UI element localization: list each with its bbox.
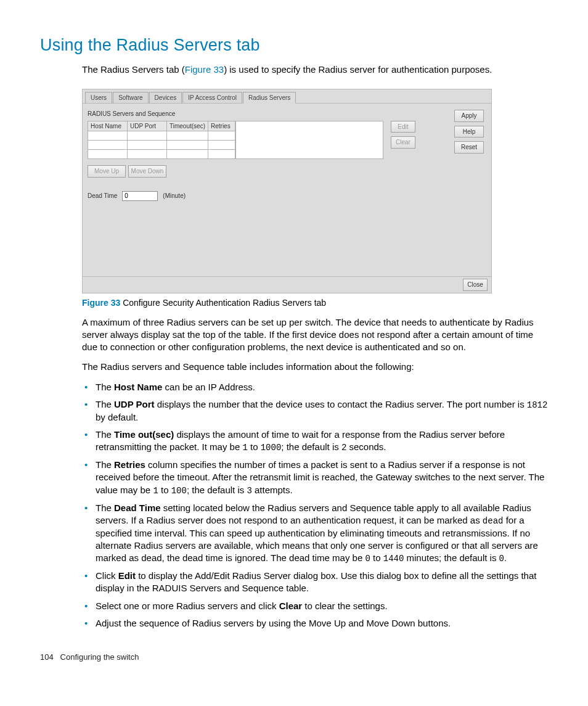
text: The: [96, 459, 114, 470]
text: can be an IP Address.: [162, 382, 255, 392]
paragraph: A maximum of three Radius servers can be…: [40, 316, 548, 354]
mono-value: 0: [365, 554, 370, 564]
bold-term: Retries: [114, 459, 145, 470]
tab-software[interactable]: Software: [113, 92, 148, 104]
tab-users[interactable]: Users: [85, 92, 112, 104]
list-item: The Dead Time setting located below the …: [82, 502, 548, 565]
moveup-button[interactable]: Move Up: [88, 165, 126, 178]
text: to display the Add/Edit Radius Server di…: [96, 570, 536, 593]
mono-value: 1: [153, 486, 158, 496]
table-row[interactable]: [88, 150, 235, 159]
mono-value: 1812: [527, 400, 548, 410]
tab-radius-servers[interactable]: Radius Servers: [243, 92, 296, 104]
text: The: [96, 399, 114, 409]
text: to: [158, 485, 171, 495]
movedown-button[interactable]: Move Down: [128, 165, 166, 178]
tab-devices[interactable]: Devices: [149, 92, 182, 104]
text: setting located below the Radius servers…: [96, 503, 531, 525]
table-blank-area: [235, 121, 383, 160]
deadtime-label: Dead Time: [88, 192, 117, 200]
list-item: The Time out(sec) displays the amount of…: [82, 429, 548, 454]
text: The: [96, 503, 114, 513]
page-footer: 104 Configuring the switch: [40, 652, 548, 663]
text: The Radius Servers tab (: [82, 64, 185, 75]
clear-button[interactable]: Clear: [391, 136, 415, 149]
text: ; the default is: [187, 485, 247, 495]
bold-term: Host Name: [114, 382, 162, 392]
footer-section: Configuring the switch: [60, 652, 139, 662]
tab-ip-access-control[interactable]: IP Access Control: [182, 92, 242, 104]
text: Click: [96, 570, 118, 581]
text: ; the default is: [281, 441, 341, 452]
bold-term: Edit: [118, 570, 136, 581]
figure-number: Figure 33: [82, 298, 120, 308]
reset-button[interactable]: Reset: [454, 141, 484, 154]
groupbox-title: RADIUS Servers and Sequence: [88, 110, 449, 118]
text: to clear the settings.: [302, 601, 387, 611]
deadtime-unit: (Minute): [163, 192, 186, 200]
table-row[interactable]: [88, 141, 235, 150]
mono-value: 0: [499, 554, 504, 564]
intro-paragraph: The Radius Servers tab (Figure 33) is us…: [82, 64, 548, 76]
figure-caption: Figure 33 Configure Security Authenticat…: [82, 297, 548, 309]
radius-servers-panel: Users Software Devices IP Access Control…: [82, 89, 492, 293]
tab-bar: Users Software Devices IP Access Control…: [83, 89, 491, 104]
mono-value: 3: [247, 486, 251, 496]
help-button[interactable]: Help: [454, 126, 484, 138]
bullet-list: The Host Name can be an IP Address. The …: [40, 381, 548, 630]
text: Adjust the sequence of Radius servers by…: [96, 618, 451, 628]
radius-servers-table[interactable]: Host Name UDP Port Timeout(sec) Retries: [88, 121, 235, 160]
list-item: Adjust the sequence of Radius servers by…: [82, 617, 548, 630]
text: attempts.: [252, 485, 293, 495]
section-heading: Using the Radius Servers tab: [40, 34, 548, 56]
bold-term: Dead Time: [114, 503, 161, 513]
list-item: Select one or more Radius servers and cl…: [82, 600, 548, 612]
deadtime-input[interactable]: [122, 191, 158, 201]
list-item: Click Edit to display the Add/Edit Radiu…: [82, 570, 548, 595]
paragraph: The Radius servers and Sequence table in…: [40, 361, 548, 373]
text: minutes; the default is: [404, 552, 499, 563]
text: to: [248, 441, 261, 452]
mono-value: 1440: [383, 554, 404, 564]
col-hostname: Host Name: [88, 121, 128, 131]
mono-value: 1: [242, 443, 247, 453]
figure-caption-text: Configure Security Authentication Radius…: [120, 298, 326, 308]
text: to: [370, 552, 383, 563]
text: .: [504, 552, 507, 563]
figure-ref-link[interactable]: Figure 33: [185, 64, 224, 75]
list-item: The Retries column specifies the number …: [82, 459, 548, 496]
table-row[interactable]: [88, 131, 235, 141]
close-button[interactable]: Close: [463, 279, 488, 291]
text: displays the number that the device uses…: [155, 399, 527, 409]
col-retries: Retries: [208, 121, 235, 131]
mono-value: dead: [483, 516, 504, 526]
edit-button[interactable]: Edit: [391, 121, 415, 133]
text: by default.: [96, 412, 138, 422]
text: The: [96, 429, 114, 440]
text: ) is used to specify the Radius server f…: [224, 64, 492, 75]
bold-term: Clear: [279, 601, 303, 611]
list-item: The UDP Port displays the number that th…: [82, 398, 548, 424]
list-item: The Host Name can be an IP Address.: [82, 381, 548, 393]
text: Select one or more Radius servers and cl…: [96, 601, 279, 611]
text: The: [96, 382, 114, 392]
apply-button[interactable]: Apply: [454, 110, 484, 122]
mono-value: 1000: [261, 443, 282, 453]
col-udpport: UDP Port: [128, 121, 167, 131]
bold-term: UDP Port: [114, 399, 155, 409]
mono-value: 100: [171, 486, 187, 496]
bold-term: Time out(sec): [114, 429, 174, 440]
page-number: 104: [40, 652, 54, 662]
col-timeout: Timeout(sec): [167, 121, 208, 131]
text: seconds.: [346, 441, 386, 452]
